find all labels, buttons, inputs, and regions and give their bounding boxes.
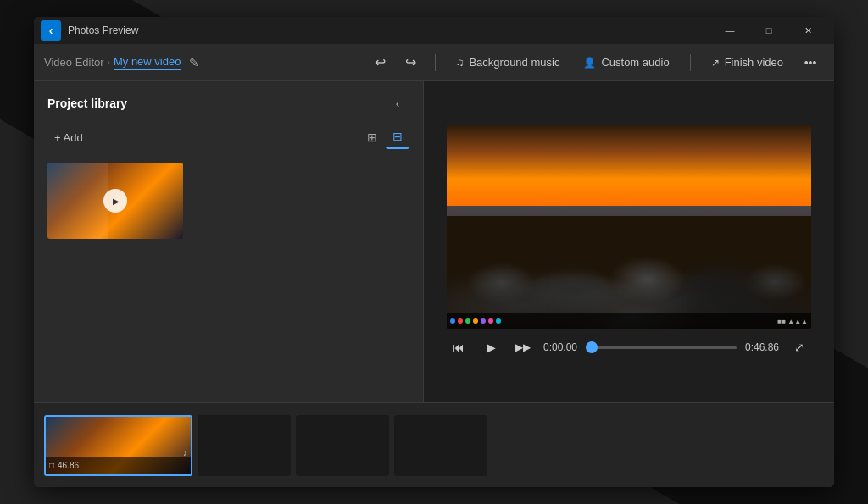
list-icon: ⊟ <box>392 130 403 143</box>
taskbar-dot <box>450 318 455 324</box>
edit-title-icon[interactable]: ✎ <box>189 56 199 69</box>
video-taskbar: ■■ ▲▲▲ <box>447 313 811 329</box>
video-frame <box>447 125 811 330</box>
play-button[interactable]: ▶ <box>479 335 503 359</box>
title-bar: ‹ Photos Preview — □ ✕ <box>34 17 834 44</box>
back-button[interactable]: ‹ <box>41 20 61 41</box>
view-toggle: ⊞ ⊟ <box>360 125 409 149</box>
maximize-button[interactable]: □ <box>749 17 788 44</box>
thumb-overlay <box>47 163 108 239</box>
undo-button[interactable]: ↩ <box>367 49 394 76</box>
background-music-label: Background music <box>469 56 559 69</box>
custom-audio-icon: 👤 <box>583 57 596 69</box>
video-preview: ■■ ▲▲▲ <box>447 125 811 330</box>
timeline-clip-3[interactable] <box>296 415 389 476</box>
redo-button[interactable]: ↪ <box>398 49 425 76</box>
play-overlay-button[interactable]: ▶ <box>103 189 127 213</box>
play-icon: ▶ <box>487 341 496 354</box>
outer-background: ‹ Photos Preview — □ ✕ Video Editor › My… <box>0 0 868 504</box>
taskbar-dot <box>465 318 470 324</box>
panel-title: Project library <box>47 97 127 110</box>
timeline-clip-2[interactable] <box>198 415 291 476</box>
finish-video-icon: ↗ <box>711 57 720 69</box>
taskbar-dot <box>473 318 478 324</box>
time-current: 0:00.00 <box>543 341 577 353</box>
play-icon: ▶ <box>113 197 120 206</box>
progress-thumb[interactable] <box>586 341 598 353</box>
minimize-button[interactable]: — <box>710 17 749 44</box>
collapse-icon: ‹ <box>396 97 400 110</box>
toolbar-divider-2 <box>690 54 691 71</box>
finish-video-label: Finish video <box>725 56 783 69</box>
taskbar-dot <box>488 318 493 324</box>
fullscreen-icon: ⤢ <box>794 341 804 354</box>
window-controls: — □ ✕ <box>710 17 827 44</box>
media-thumbnail[interactable]: ▶ <box>47 163 183 239</box>
more-options-button[interactable]: ••• <box>797 49 824 76</box>
toolbar: Video Editor › My new video ✎ ↩ ↪ ♫ Back… <box>34 44 834 81</box>
video-preview-panel: ■■ ▲▲▲ ⏮ ▶ ▶▶ 0:00.00 <box>424 81 834 402</box>
breadcrumb: Video Editor › My new video <box>44 55 181 70</box>
background-music-button[interactable]: ♫ Background music <box>446 49 570 76</box>
video-controls: ⏮ ▶ ▶▶ 0:00.00 0:46.86 <box>447 335 811 359</box>
rewind-icon: ⏮ <box>453 341 465 354</box>
clip-audio-icon: ♪ <box>183 448 187 457</box>
panel-toolbar: + Add ⊞ ⊟ <box>34 122 423 156</box>
clip-duration: 46.86 <box>58 461 79 470</box>
app-window: ‹ Photos Preview — □ ✕ Video Editor › My… <box>34 17 834 487</box>
music-icon: ♫ <box>456 56 465 69</box>
timeline: □ 46.86 ♪ <box>34 402 834 487</box>
close-button[interactable]: ✕ <box>788 17 827 44</box>
clip-info: □ 46.86 <box>46 457 191 474</box>
taskbar-dot <box>481 318 486 324</box>
list-view-button[interactable]: ⊟ <box>386 125 409 149</box>
breadcrumb-separator: › <box>108 58 110 67</box>
progress-track <box>586 346 737 349</box>
timeline-clip-1[interactable]: □ 46.86 ♪ <box>44 415 192 476</box>
fullscreen-button[interactable]: ⤢ <box>787 335 811 359</box>
grid-view-button[interactable]: ⊞ <box>360 125 384 149</box>
clip-monitor-icon: □ <box>49 461 54 470</box>
fast-forward-button[interactable]: ▶▶ <box>511 335 535 359</box>
project-library-panel: Project library ‹ + Add ⊞ ⊟ <box>34 81 424 402</box>
timeline-clip-4[interactable] <box>394 415 487 476</box>
progress-bar-container[interactable] <box>586 346 737 349</box>
app-title: Photos Preview <box>68 25 710 36</box>
rewind-button[interactable]: ⏮ <box>447 335 470 359</box>
grid-icon: ⊞ <box>367 130 377 144</box>
taskbar-dot <box>458 318 463 324</box>
more-icon: ••• <box>804 56 817 69</box>
custom-audio-label: Custom audio <box>601 56 669 69</box>
finish-video-button[interactable]: ↗ Finish video <box>701 49 793 76</box>
add-label: + Add <box>54 131 83 144</box>
main-content: Project library ‹ + Add ⊞ ⊟ <box>34 81 834 402</box>
panel-header: Project library ‹ <box>34 81 423 122</box>
breadcrumb-current: My new video <box>114 55 181 70</box>
toolbar-divider <box>435 54 436 71</box>
video-taskbar-info: ■■ ▲▲▲ <box>777 318 808 325</box>
add-media-button[interactable]: + Add <box>47 128 90 147</box>
custom-audio-button[interactable]: 👤 Custom audio <box>573 49 679 76</box>
breadcrumb-parent[interactable]: Video Editor <box>44 56 104 69</box>
fast-forward-icon: ▶▶ <box>515 341 531 353</box>
library-content: ▶ <box>34 156 423 402</box>
taskbar-dot <box>496 318 501 324</box>
time-total: 0:46.86 <box>745 341 779 353</box>
panel-collapse-button[interactable]: ‹ <box>386 91 409 115</box>
